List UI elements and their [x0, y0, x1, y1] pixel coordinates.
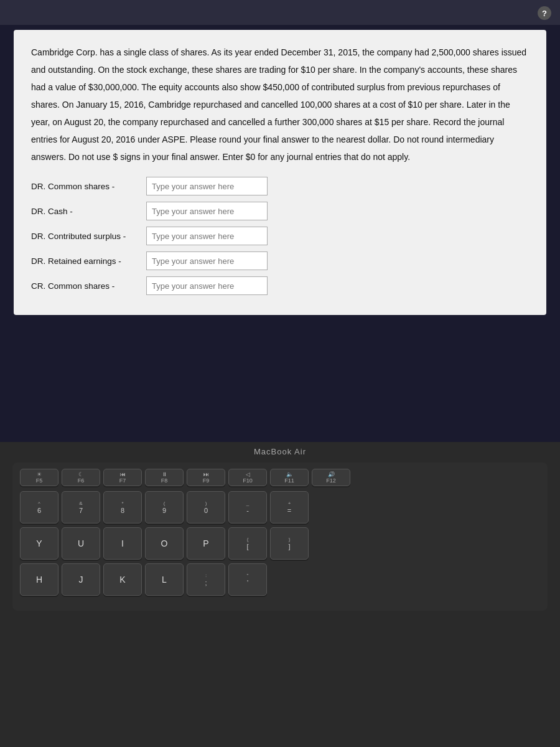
label-dr-contrib: DR. Contributed surplus -: [31, 232, 146, 241]
key-f11[interactable]: 🔈 F11: [270, 469, 309, 486]
key-f12[interactable]: 🔊 F12: [312, 469, 350, 486]
key-0-top: ): [205, 500, 207, 506]
f10-icon: ◁: [246, 471, 250, 477]
key-6[interactable]: ^ 6: [20, 491, 58, 524]
key-lbracket[interactable]: { [: [228, 527, 267, 560]
key-minus[interactable]: _ -: [228, 491, 267, 524]
key-f8[interactable]: ⏸ F8: [145, 469, 184, 486]
key-f7[interactable]: ⏮ F7: [103, 469, 142, 486]
input-dr-contrib[interactable]: [146, 227, 268, 245]
key-k[interactable]: K: [103, 563, 142, 596]
answer-row-dr-cash: DR. Cash -: [31, 202, 529, 220]
key-6-top: ^: [38, 500, 40, 506]
key-7-main: 7: [79, 507, 83, 514]
key-o-label: O: [161, 538, 168, 548]
key-8[interactable]: * 8: [103, 491, 142, 524]
key-quote-main: ': [247, 579, 248, 586]
key-j[interactable]: J: [62, 563, 100, 596]
f7-icon: ⏮: [120, 471, 126, 477]
key-l[interactable]: L: [145, 563, 184, 596]
key-minus-top: _: [246, 500, 249, 506]
label-dr-common: DR. Common shares -: [31, 182, 146, 191]
key-k-label: K: [119, 575, 125, 585]
f12-icon: 🔊: [328, 471, 335, 477]
key-u-label: U: [78, 538, 84, 548]
key-y-label: Y: [36, 538, 42, 548]
key-o[interactable]: O: [145, 527, 184, 560]
key-f9[interactable]: ⏭ F9: [187, 469, 225, 486]
key-p-label: P: [203, 538, 208, 548]
key-equals[interactable]: + =: [270, 491, 309, 524]
f5-icon: ☀: [37, 471, 42, 477]
key-f5[interactable]: ☀ F5: [20, 469, 58, 486]
key-equals-top: +: [288, 500, 291, 506]
num-row: ^ 6 & 7 * 8 ( 9 ) 0 _ -: [20, 491, 540, 524]
f11-icon: 🔈: [286, 471, 293, 477]
key-9[interactable]: ( 9: [145, 491, 184, 524]
key-colon-top: :: [205, 573, 207, 578]
label-dr-cash: DR. Cash -: [31, 207, 146, 216]
key-9-main: 9: [162, 507, 166, 514]
f8-label: F8: [161, 477, 168, 484]
key-8-main: 8: [121, 507, 124, 514]
key-y[interactable]: Y: [20, 527, 58, 560]
key-l-label: L: [162, 575, 167, 585]
f9-label: F9: [203, 477, 210, 484]
input-dr-retained[interactable]: [146, 251, 268, 270]
input-dr-cash[interactable]: [146, 202, 268, 220]
answer-row-cr-common: CR. Common shares -: [31, 276, 529, 295]
problem-text: Cambridge Corp. has a single class of sh…: [31, 44, 529, 166]
key-i-label: I: [121, 538, 124, 548]
keyboard: ☀ F5 ☾ F6 ⏮ F7 ⏸ F8 ⏭ F9 ◁ F10: [12, 463, 548, 611]
label-dr-retained: DR. Retained earnings -: [31, 256, 146, 266]
f6-icon: ☾: [78, 471, 83, 477]
key-rbracket[interactable]: } ]: [270, 527, 309, 560]
answer-row-dr-common: DR. Common shares -: [31, 177, 529, 195]
key-lbrace-top: {: [247, 537, 249, 542]
key-minus-main: -: [246, 507, 249, 514]
input-cr-common[interactable]: [146, 276, 268, 295]
f7-label: F7: [119, 477, 126, 484]
label-cr-common: CR. Common shares -: [31, 281, 146, 291]
key-7-top: &: [79, 500, 82, 506]
key-h-label: H: [36, 575, 42, 585]
help-icon[interactable]: ?: [538, 6, 551, 20]
key-j-label: J: [79, 575, 83, 585]
keyboard-section: MacBook Air ☀ F5 ☾ F6 ⏮ F7 ⏸ F8 ⏭ F9: [0, 442, 560, 747]
key-semicolon-main: ;: [205, 579, 207, 586]
key-rbrace-top: }: [289, 537, 291, 542]
key-f6[interactable]: ☾ F6: [62, 469, 100, 486]
answer-rows: DR. Common shares - DR. Cash - DR. Contr…: [31, 177, 529, 295]
key-quote[interactable]: " ': [228, 563, 267, 596]
key-dquote-top: ": [247, 573, 249, 578]
key-rbracket-main: ]: [288, 543, 290, 550]
f8-icon: ⏸: [162, 471, 167, 477]
key-0[interactable]: ) 0: [187, 491, 225, 524]
home-row: H J K L : ; " ': [20, 563, 540, 596]
f11-label: F11: [284, 477, 294, 484]
key-f10[interactable]: ◁ F10: [228, 469, 267, 486]
qwerty-row: Y U I O P { [ } ]: [20, 527, 540, 560]
key-p[interactable]: P: [187, 527, 225, 560]
key-9-top: (: [164, 500, 166, 506]
key-equals-main: =: [287, 507, 291, 514]
key-h[interactable]: H: [20, 563, 58, 596]
answer-row-dr-retained: DR. Retained earnings -: [31, 251, 529, 270]
key-8-top: *: [121, 500, 123, 506]
f5-label: F5: [36, 477, 43, 484]
top-bar: ?: [0, 0, 560, 25]
key-0-main: 0: [204, 507, 208, 514]
key-lbracket-main: [: [246, 543, 248, 550]
answer-row-dr-contrib: DR. Contributed surplus -: [31, 227, 529, 245]
fn-row: ☀ F5 ☾ F6 ⏮ F7 ⏸ F8 ⏭ F9 ◁ F10: [20, 469, 540, 486]
f6-label: F6: [78, 477, 85, 484]
key-semicolon[interactable]: : ;: [187, 563, 225, 596]
f12-label: F12: [326, 477, 336, 484]
key-7[interactable]: & 7: [62, 491, 100, 524]
f10-label: F10: [243, 477, 253, 484]
key-i[interactable]: I: [103, 527, 142, 560]
input-dr-common[interactable]: [146, 177, 268, 195]
key-u[interactable]: U: [62, 527, 100, 560]
content-area: Cambridge Corp. has a single class of sh…: [14, 30, 546, 315]
f9-icon: ⏭: [203, 471, 209, 477]
